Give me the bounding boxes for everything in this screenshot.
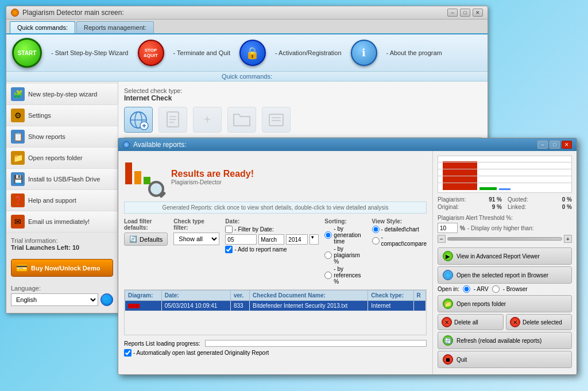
main-window-icon bbox=[11, 9, 19, 17]
svg-rect-13 bbox=[125, 162, 132, 184]
show-reports-icon: 📋 bbox=[11, 130, 25, 144]
view-detailed-label: - detailed\chart bbox=[381, 226, 419, 233]
view-advanced-label: View in Advanced Report Viewer bbox=[457, 253, 540, 260]
date-day-input[interactable] bbox=[225, 234, 257, 245]
auto-open-label: - Automatically open last generated Orig… bbox=[133, 350, 269, 356]
activation-button[interactable]: 🔒 bbox=[239, 40, 266, 66]
selected-check-type-label: Selected check type: bbox=[124, 87, 482, 94]
threshold-input[interactable] bbox=[438, 223, 458, 233]
sidebar-item-help-support[interactable]: ❓ Help and support bbox=[6, 190, 118, 211]
doc-check-icon[interactable] bbox=[158, 107, 187, 133]
th-ver: ver. bbox=[231, 291, 250, 301]
threshold-slider[interactable] bbox=[447, 237, 562, 241]
sort-references-radio[interactable] bbox=[324, 272, 332, 279]
delete-selected-button[interactable]: ✕ Delete selected bbox=[506, 314, 572, 330]
stats-grid: Plagiarism: 91 % Quoted: 0 % Original: 9… bbox=[438, 196, 572, 210]
open-in-row: Open in: - ARV - Browser bbox=[438, 285, 572, 293]
check-type-icons: + bbox=[124, 107, 482, 133]
open-in-arv-radio[interactable] bbox=[463, 285, 470, 293]
quoted-label: Quoted: bbox=[508, 196, 528, 203]
buy-button-label: Buy Now/Unlock Demo bbox=[31, 265, 100, 272]
sidebar-label-email: Email us immediately! bbox=[28, 218, 90, 225]
quit-button[interactable]: ⏹ Quit bbox=[438, 351, 572, 368]
reports-minimize-button[interactable]: – bbox=[537, 141, 548, 149]
buy-button[interactable]: 💳 Buy Now/Unlock Demo bbox=[11, 259, 113, 277]
date-filter-label: Date: bbox=[225, 218, 319, 224]
chart-line-4 bbox=[438, 183, 571, 183]
delete-buttons-pair: ✕ Delete all ✕ Delete selected bbox=[438, 314, 572, 330]
sidebar-item-settings[interactable]: ⚙ Settings bbox=[6, 105, 118, 126]
sort-generation-radio[interactable] bbox=[324, 231, 332, 239]
sidebar: 🧩 New step-by-step wizard ⚙ Settings 📋 S… bbox=[6, 82, 118, 313]
sidebar-label-settings: Settings bbox=[28, 112, 51, 119]
minimize-button[interactable]: – bbox=[447, 9, 458, 17]
tab-reports-management[interactable]: Reports management: bbox=[76, 21, 154, 33]
date-year-input[interactable] bbox=[286, 234, 308, 245]
stop-quit-button[interactable]: STOP &QUIT bbox=[138, 40, 164, 66]
help-icon: ❓ bbox=[11, 193, 25, 207]
new-wizard-icon: 🧩 bbox=[11, 87, 25, 101]
view-advanced-button[interactable]: ▶ View in Advanced Report Viewer bbox=[438, 247, 572, 265]
language-dropdown[interactable]: English bbox=[11, 293, 98, 306]
filter-row: Load filter defaults: 🔄 Defaults Check t… bbox=[124, 218, 427, 285]
auto-open-checkbox[interactable] bbox=[124, 349, 131, 357]
folder-check-icon[interactable] bbox=[227, 107, 256, 133]
table-row[interactable]: 05/03/2014 10:09:41 833 Bitdefender Inte… bbox=[125, 301, 426, 311]
linked-label: Linked: bbox=[508, 204, 526, 210]
linked-value: 0 % bbox=[562, 204, 572, 210]
sidebar-item-open-reports-folder[interactable]: 📁 Open reports folder bbox=[6, 148, 118, 169]
internet-check-icon[interactable] bbox=[124, 107, 153, 133]
globe-icon: 🌐 bbox=[100, 293, 113, 306]
filter-by-date-checkbox[interactable] bbox=[225, 226, 233, 233]
reports-window-title: Available reports: bbox=[133, 141, 187, 149]
reports-table-scroll[interactable]: Diagram: Date: ver. Checked Document Nam… bbox=[124, 289, 427, 335]
sidebar-item-new-wizard[interactable]: 🧩 New step-by-step wizard bbox=[6, 84, 118, 105]
sort-plagiarism-radio[interactable] bbox=[324, 251, 332, 259]
sidebar-label-new-wizard: New step-by-step wizard bbox=[28, 91, 97, 98]
refresh-button[interactable]: 🔄 Refresh (reload available reports) bbox=[438, 332, 572, 349]
check-type-select[interactable]: Show all bbox=[173, 233, 219, 245]
close-button[interactable]: ✕ bbox=[473, 9, 483, 17]
stop-description: - Terminate and Quit bbox=[173, 49, 230, 56]
cell-ver: 833 bbox=[231, 301, 250, 311]
trial-launches-count: Trial Launches Left: 10 bbox=[11, 244, 113, 251]
defaults-icon: 🔄 bbox=[129, 235, 137, 243]
view-detailed-radio[interactable] bbox=[372, 226, 380, 233]
refresh-label: Refresh (reload available reports) bbox=[457, 338, 541, 344]
delete-all-button[interactable]: ✕ Delete all bbox=[438, 314, 504, 330]
tab-quick-commands[interactable]: Quick commands: bbox=[10, 21, 75, 33]
email-icon: ✉ bbox=[11, 215, 25, 229]
sort-references-label: - by references % bbox=[334, 266, 366, 285]
add-to-report-checkbox[interactable] bbox=[225, 246, 233, 253]
reports-maximize-button[interactable]: □ bbox=[550, 141, 560, 149]
open-browser-button[interactable]: 🌐 Open the selected report in Browser bbox=[438, 266, 572, 284]
original-stat: Original: 9 % bbox=[438, 204, 502, 210]
th-diagram: Diagram: bbox=[125, 291, 162, 301]
sidebar-item-install-usb[interactable]: 💾 Install to USB/Flash Drive bbox=[6, 169, 118, 190]
reports-left-panel: Results are Ready! Plagiarism-Detector G… bbox=[118, 151, 433, 374]
start-button[interactable]: START bbox=[12, 38, 42, 68]
date-spinner[interactable]: ▼ bbox=[310, 234, 319, 245]
sidebar-label-open-folder: Open reports folder bbox=[28, 154, 83, 161]
cell-check-type: Internet bbox=[368, 301, 413, 311]
maximize-button[interactable]: □ bbox=[460, 9, 470, 17]
text-check-icon[interactable] bbox=[262, 107, 291, 133]
quit-label: Quit bbox=[457, 357, 467, 363]
reports-body: Results are Ready! Plagiarism-Detector G… bbox=[118, 151, 577, 374]
open-in-browser-radio[interactable] bbox=[492, 285, 500, 293]
sorting-label: Sorting: bbox=[324, 218, 366, 224]
defaults-button[interactable]: 🔄 Defaults bbox=[124, 233, 168, 246]
settings-icon: ⚙ bbox=[11, 109, 25, 122]
sidebar-item-email[interactable]: ✉ Email us immediately! bbox=[6, 211, 118, 233]
view-compact-radio[interactable] bbox=[372, 237, 380, 245]
slider-plus-button[interactable]: + bbox=[564, 235, 572, 243]
open-reports-folder-button[interactable]: 📁 Open reports folder bbox=[438, 295, 572, 312]
sidebar-item-show-reports[interactable]: 📋 Show reports bbox=[6, 126, 118, 148]
sidebar-label-show-reports: Show reports bbox=[28, 133, 65, 140]
reports-close-button[interactable]: ✕ bbox=[562, 141, 572, 149]
date-month-input[interactable] bbox=[258, 234, 284, 245]
open-in-browser-label: - Browser bbox=[503, 286, 528, 292]
about-button[interactable]: ℹ bbox=[351, 40, 377, 66]
quick-commands-bar: Quick commands: bbox=[6, 72, 488, 82]
slider-minus-button[interactable]: − bbox=[438, 235, 446, 243]
